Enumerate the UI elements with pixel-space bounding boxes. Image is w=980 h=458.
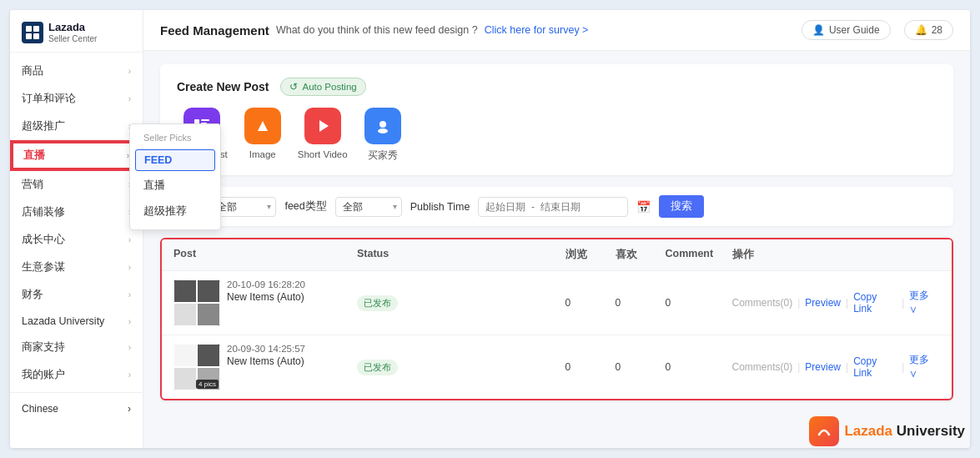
thumb-cell [197, 279, 220, 303]
svg-marker-11 [319, 120, 329, 132]
svg-rect-2 [26, 33, 32, 39]
logo-icon [22, 22, 43, 43]
sidebar-language[interactable]: Chinese › [10, 396, 143, 421]
sidebar-nav: 商品 › 订单和评论 › 超级推广 › 直播 › 营销 › [10, 53, 143, 448]
chevron-right-icon: › [128, 317, 131, 326]
sidebar-item-growth-label: 成长中心 [22, 233, 65, 247]
col-status: Status [357, 248, 565, 262]
language-label: Chinese [22, 403, 58, 415]
post-actions-2: Comments(0) | Preview | Copy Link | 更多 ∨ [732, 353, 941, 381]
sidebar-item-account-label: 我的账户 [22, 368, 65, 382]
short-video-label: Short Video [298, 149, 348, 159]
sidebar-item-finance[interactable]: 财务 › [10, 281, 143, 309]
post-thumbnail-1 [173, 279, 220, 326]
buyer-show-icon [364, 108, 401, 144]
sidebar-item-university-label: Lazada University [22, 315, 104, 327]
sidebar-item-superpromo[interactable]: 超级推广 › [10, 113, 143, 140]
post-info-1: 20-10-09 16:28:20 New Items (Auto) [173, 279, 357, 326]
auto-posting-button[interactable]: ↺ Auto Posting [280, 78, 365, 96]
post-type-image[interactable]: Image [244, 108, 281, 162]
auto-posting-icon: ↺ [289, 81, 298, 93]
sep: | [846, 361, 848, 373]
svg-point-12 [379, 121, 386, 128]
more-link-1[interactable]: 更多 ∨ [909, 289, 940, 317]
topbar-title: Feed Management [160, 23, 269, 38]
sidebar-item-account[interactable]: 我的账户 › [10, 361, 143, 389]
post-time-1: 20-10-09 16:28:20 [227, 279, 305, 289]
post-table-header: Post Status 浏览 喜欢 Comment 操作 [162, 239, 952, 271]
feed-type-label: feed类型 [284, 199, 326, 214]
topbar: Feed Management What do you think of thi… [143, 10, 970, 51]
sidebar-item-orders-label: 订单和评论 [22, 92, 76, 106]
post-views-2: 0 [565, 361, 616, 373]
sep: | [797, 297, 800, 309]
post-type-short-video[interactable]: Short Video [298, 108, 348, 162]
sidebar-item-data-label: 生意参谋 [22, 260, 65, 274]
post-status-2: 已发布 [357, 360, 565, 375]
sidebar-item-support[interactable]: 商家支持 › [10, 334, 143, 361]
sidebar-item-live[interactable]: 直播 › [10, 140, 143, 171]
comments-link-1[interactable]: Comments(0) [732, 297, 793, 309]
brand-lazada: Lazada [844, 423, 892, 439]
search-button[interactable]: 搜索 [659, 195, 704, 218]
post-thumb-badge: 4 pics [196, 380, 219, 389]
sidebar-item-orders[interactable]: 订单和评论 › [10, 85, 143, 113]
sidebar-item-growth[interactable]: 成长中心 › [10, 226, 143, 254]
more-link-2[interactable]: 更多 ∨ [909, 353, 940, 381]
topbar-right: 👤 User Guide 🔔 28 [802, 20, 953, 40]
sidebar-item-university[interactable]: Lazada University › [10, 309, 143, 334]
submenu-item-feed[interactable]: FEED [135, 149, 215, 171]
copy-link-1[interactable]: Copy Link [853, 291, 897, 315]
user-guide-button[interactable]: 👤 User Guide [802, 20, 891, 40]
sidebar-item-superpromo-label: 超级推广 [22, 119, 65, 133]
main-content: Feed Management What do you think of thi… [143, 10, 970, 448]
comments-link-2[interactable]: Comments(0) [732, 361, 793, 373]
svg-point-13 [378, 128, 388, 133]
auto-posting-label: Auto Posting [302, 82, 356, 92]
sidebar-item-live-label: 直播 [23, 148, 45, 163]
preview-link-1[interactable]: Preview [805, 297, 841, 309]
post-thumbnail-2: 4 pics [173, 344, 220, 390]
image-icon [244, 108, 281, 144]
date-range-input[interactable] [478, 197, 628, 217]
post-info-2: 4 pics 20-09-30 14:25:57 New Items (Auto… [173, 344, 357, 390]
table-row: 4 pics 20-09-30 14:25:57 New Items (Auto… [162, 335, 952, 399]
feed-type-select[interactable]: 全部 [335, 197, 402, 217]
sep: | [846, 297, 848, 309]
post-likes-1: 0 [616, 297, 666, 309]
topbar-left: Feed Management What do you think of thi… [160, 23, 588, 38]
sidebar: Lazada Seller Center 商品 › 订单和评论 › 超级推广 › [10, 10, 143, 448]
sidebar-item-store[interactable]: 店铺装修 › [10, 199, 143, 226]
col-actions: 操作 [732, 248, 941, 262]
create-post-header: Create New Post ↺ Auto Posting [177, 78, 937, 96]
thumb-cell [197, 303, 220, 326]
topbar-survey-link[interactable]: Click here for survey > [485, 24, 589, 36]
sidebar-item-products[interactable]: 商品 › [10, 58, 143, 85]
col-comment: Comment [666, 248, 732, 262]
submenu-item-superrecommend[interactable]: 超级推荐 [130, 199, 220, 224]
col-post: Post [173, 248, 357, 262]
logo-sub: Seller Center [48, 34, 97, 43]
post-type-buyer-show[interactable]: 买家秀 [364, 108, 401, 162]
create-post-card: Create New Post ↺ Auto Posting [160, 64, 953, 175]
copy-link-2[interactable]: Copy Link [853, 355, 897, 379]
post-type-grid: Product List Image [177, 108, 937, 162]
submenu-item-live[interactable]: 直播 [130, 173, 220, 199]
sidebar-item-store-label: 店铺装修 [22, 205, 65, 219]
preview-link-2[interactable]: Preview [805, 361, 841, 373]
post-time-2: 20-09-30 14:25:57 [227, 344, 305, 354]
calendar-icon[interactable]: 📅 [636, 200, 651, 214]
svg-rect-5 [201, 119, 209, 121]
status-badge-2: 已发布 [357, 360, 398, 375]
sidebar-logo: Lazada Seller Center [10, 10, 143, 53]
sep: | [797, 361, 800, 373]
status-badge-1: 已发布 [357, 295, 398, 311]
logo-main: Lazada [48, 22, 97, 33]
sidebar-item-data[interactable]: 生意参谋 › [10, 254, 143, 281]
thumb-cell [197, 344, 220, 367]
sidebar-item-finance-label: 财务 [22, 288, 43, 302]
sidebar-item-marketing[interactable]: 营销 › [10, 171, 143, 199]
chevron-right-icon: › [128, 343, 131, 352]
brand-university: University [897, 423, 965, 439]
notifications-button[interactable]: 🔔 28 [904, 20, 953, 40]
